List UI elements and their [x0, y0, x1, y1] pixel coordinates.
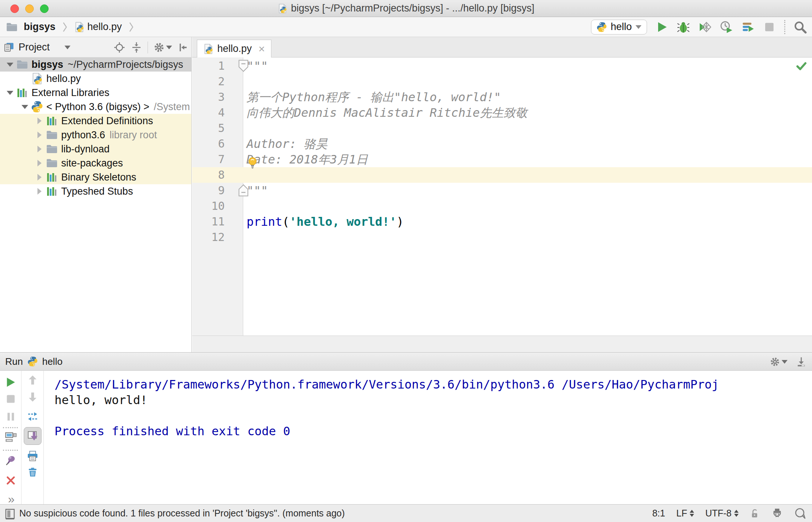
- collapse-all-icon[interactable]: [131, 42, 142, 53]
- inspection-status-ok-icon[interactable]: [796, 60, 807, 72]
- encoding-widget[interactable]: UTF-8: [705, 508, 739, 519]
- print-console-button[interactable]: [27, 450, 39, 462]
- tree-item-label: hello.py: [46, 73, 81, 85]
- hide-panel-down-icon[interactable]: [796, 356, 807, 367]
- editor-line-4[interactable]: 4向伟大的Dennis MacAlistair Ritchie先生致敬: [192, 105, 812, 120]
- close-window-button[interactable]: [10, 4, 19, 13]
- library-icon: [46, 115, 58, 127]
- editor-line-11[interactable]: 11print('hello, world!'): [192, 214, 812, 229]
- python-file-icon: [278, 4, 287, 13]
- collapsed-arrow-icon[interactable]: [35, 160, 44, 166]
- settings-gear-icon[interactable]: [769, 356, 788, 367]
- collapsed-arrow-icon[interactable]: [35, 174, 44, 181]
- fold-start-marker-icon[interactable]: [238, 60, 248, 72]
- tab-hello-py[interactable]: hello.py ×: [197, 40, 271, 57]
- code-text: Date: 2018年3月1日: [247, 152, 368, 167]
- search-everywhere-icon[interactable]: [793, 20, 807, 34]
- intention-bulb-icon[interactable]: [247, 157, 258, 170]
- run-panel-header[interactable]: Run hello: [0, 353, 812, 371]
- toolbar-separator: [3, 450, 18, 451]
- python-logo-icon: [31, 101, 43, 113]
- editor-line-7[interactable]: 7Date: 2018年3月1日: [192, 152, 812, 167]
- run-configuration-select[interactable]: hello: [591, 20, 647, 34]
- tree-item-python-3-6-bigsys[interactable]: < Python 3.6 (bigsys) >/System: [0, 100, 191, 114]
- hide-panel-icon[interactable]: [177, 42, 188, 53]
- close-panel-button[interactable]: [6, 475, 16, 486]
- editor-line-3[interactable]: 3第一个Python程序 - 输出"hello, world!": [192, 89, 812, 105]
- clear-console-button[interactable]: [27, 466, 38, 478]
- run-button[interactable]: [655, 20, 669, 34]
- editor-line-10[interactable]: 10: [192, 198, 812, 214]
- concurrency-diagram-button[interactable]: [741, 20, 755, 34]
- tree-item-label: site-packages: [61, 158, 123, 169]
- tree-item-external-libraries[interactable]: External Libraries: [0, 86, 191, 100]
- scroll-to-end-button[interactable]: [24, 427, 42, 445]
- debug-button[interactable]: [677, 20, 690, 34]
- settings-gear-icon[interactable]: [153, 42, 172, 53]
- status-message[interactable]: No suspicious code found. 1 files proces…: [19, 508, 345, 519]
- window-title: bigsys [~/PycharmProjects/bigsys] - .../…: [291, 3, 535, 14]
- editor-line-5[interactable]: 5: [192, 120, 812, 136]
- profile-button[interactable]: [720, 20, 733, 34]
- breadcrumb: bigsys hello.py: [6, 21, 138, 33]
- editor-line-6[interactable]: 6Author: 骆昊: [192, 136, 812, 152]
- code-text: 第一个Python程序 - 输出"hello, world!": [247, 89, 501, 105]
- pause-button: [6, 412, 16, 422]
- tree-item-typeshed-stubs[interactable]: Typeshed Stubs: [0, 184, 191, 198]
- show-layouts-button[interactable]: [4, 431, 17, 444]
- tree-item-binary-skeletons[interactable]: Binary Skeletons: [0, 170, 191, 184]
- chevron-right-icon: [62, 22, 67, 33]
- run-with-coverage-button[interactable]: [698, 20, 712, 34]
- hector-inspector-icon[interactable]: [771, 508, 783, 519]
- close-tab-icon[interactable]: ×: [258, 43, 265, 55]
- line-number: 10: [192, 198, 243, 214]
- project-panel-header[interactable]: Project: [0, 37, 191, 57]
- editor-line-8[interactable]: 8: [192, 167, 812, 183]
- run-console-output[interactable]: /System/Library/Frameworks/Python.framew…: [44, 371, 812, 504]
- editor-scrollbar-strip[interactable]: [192, 336, 812, 352]
- locate-file-icon[interactable]: [113, 42, 125, 53]
- fold-end-marker-icon[interactable]: [238, 184, 248, 196]
- zoom-window-button[interactable]: [40, 4, 49, 13]
- folder-icon: [46, 157, 58, 169]
- code-editor[interactable]: 1"""23第一个Python程序 - 输出"hello, world!"4向伟…: [192, 57, 812, 336]
- editor-line-9[interactable]: 9""": [192, 183, 812, 198]
- tree-item-location: ~/PycharmProjects/bigsys: [68, 59, 183, 70]
- tree-item-hello-py[interactable]: hello.py: [0, 72, 191, 86]
- rerun-button[interactable]: [5, 377, 16, 388]
- collapsed-arrow-icon[interactable]: [35, 118, 44, 124]
- cursor-position-widget[interactable]: 8:1: [652, 508, 665, 519]
- breadcrumb-file[interactable]: hello.py: [88, 21, 122, 33]
- tree-item-lib-dynload[interactable]: lib-dynload: [0, 142, 191, 156]
- line-number: 5: [192, 120, 243, 136]
- editor-line-1[interactable]: 1""": [192, 58, 812, 74]
- pin-tab-button[interactable]: [5, 455, 17, 466]
- chevron-down-icon[interactable]: [65, 46, 70, 52]
- tree-item-label: bigsys: [32, 59, 63, 70]
- minimize-window-button[interactable]: [25, 4, 34, 13]
- editor-line-12[interactable]: 12: [192, 229, 812, 245]
- line-separator-widget[interactable]: LF: [676, 508, 694, 519]
- toolwindow-toggle-icon[interactable]: [4, 508, 16, 519]
- collapsed-arrow-icon[interactable]: [35, 188, 44, 195]
- title-bar[interactable]: bigsys [~/PycharmProjects/bigsys] - .../…: [0, 0, 812, 17]
- tree-item-bigsys[interactable]: bigsys~/PycharmProjects/bigsys: [0, 57, 191, 72]
- readonly-lock-icon[interactable]: [750, 508, 760, 519]
- expanded-arrow-icon[interactable]: [5, 87, 15, 98]
- prev-trace-button: [27, 374, 38, 386]
- tree-item-extended-definitions[interactable]: Extended Definitions: [0, 114, 191, 128]
- breadcrumb-project[interactable]: bigsys: [24, 21, 56, 33]
- line-number: 7: [192, 152, 243, 167]
- tree-item-label: python3.6: [61, 129, 105, 141]
- collapsed-arrow-icon[interactable]: [35, 146, 44, 152]
- editor-line-2[interactable]: 2: [192, 74, 812, 89]
- restore-layout-button[interactable]: [27, 411, 39, 423]
- tree-item-python3-6[interactable]: python3.6library root: [0, 128, 191, 142]
- line-number: 1: [192, 58, 243, 74]
- event-log-bubble-icon[interactable]: [794, 508, 806, 519]
- collapsed-arrow-icon[interactable]: [35, 132, 44, 138]
- tree-item-site-packages[interactable]: site-packages: [0, 156, 191, 170]
- expanded-arrow-icon[interactable]: [5, 59, 15, 70]
- expanded-arrow-icon[interactable]: [20, 102, 30, 112]
- console-line: Process finished with exit code 0: [55, 423, 812, 439]
